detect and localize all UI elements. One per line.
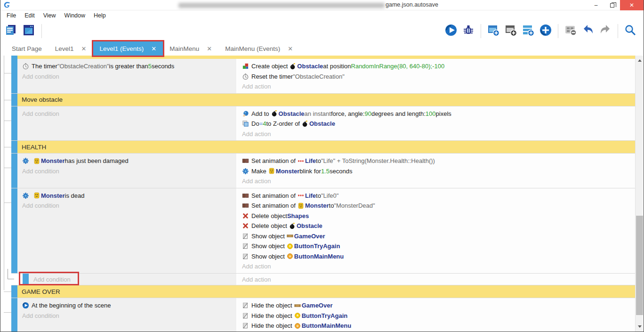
event-handle[interactable] [11, 106, 17, 141]
condition-line[interactable]: At the beginning of the scene [22, 300, 233, 311]
action-line[interactable]: Set animation ofLife to "Life0" [242, 191, 631, 201]
action-line[interactable]: Hide the objectButtonMainMenu [242, 321, 631, 331]
condition-line[interactable]: Monster has just been damaged [22, 156, 233, 166]
add-condition-button[interactable]: Add condition [22, 109, 233, 119]
action-line[interactable]: Show objectButtonMainMenu [242, 251, 631, 262]
event-group-row[interactable]: Move obstacle [11, 94, 635, 106]
redo-button[interactable] [599, 24, 612, 38]
menu-item-view[interactable]: View [39, 11, 60, 20]
undo-button[interactable] [581, 24, 595, 38]
scrollbar-thumb[interactable] [636, 216, 643, 315]
action-line[interactable]: Do = 4 to Z-order ofObstacle [242, 119, 631, 129]
add-object-button[interactable] [539, 24, 552, 38]
action-line[interactable]: Set animation ofLife to "Life" + ToStrin… [242, 156, 631, 166]
tab-mainmenu[interactable]: MainMenu✕ [163, 41, 218, 56]
action-line[interactable]: Hide the objectButtonTryAgain [242, 311, 631, 321]
text-segment: 90 [364, 110, 371, 117]
text-segment: 4 [263, 120, 266, 127]
menu-item-file[interactable]: File [2, 11, 20, 20]
remove-frame-button[interactable] [564, 24, 577, 38]
action-line[interactable]: Add toObstacle an instant force, angle: … [242, 109, 631, 119]
event-group-row[interactable]: GAME OVER [11, 285, 635, 298]
menu-item-window[interactable]: Window [60, 11, 89, 20]
text-segment: force, angle: [331, 110, 365, 117]
add-action-button[interactable]: Add action [242, 176, 631, 186]
timer-icon [22, 63, 29, 70]
menu-item-edit[interactable]: Edit [20, 11, 39, 20]
event-handle[interactable] [11, 285, 17, 298]
add-action-button[interactable]: Add action [242, 275, 631, 285]
actions-cell: Set animation ofLife to "Life0"Set anima… [237, 188, 635, 273]
add-condition-button[interactable]: Add condition [22, 72, 233, 82]
object-name: ButtonTryAgain [294, 243, 340, 250]
tab-close-icon[interactable]: ✕ [81, 45, 87, 52]
condition-line[interactable]: Monster is dead [22, 191, 233, 201]
project-manager-button[interactable] [4, 24, 17, 38]
life-icon [298, 192, 304, 199]
actions-cell: Set animation ofLife to "Life" + ToStrin… [237, 154, 635, 188]
play-button[interactable] [444, 24, 458, 38]
event-handle[interactable] [23, 274, 29, 285]
add-action-button[interactable]: Add action [242, 261, 631, 272]
scroll-down-button[interactable] [636, 323, 644, 331]
event-handle[interactable] [11, 141, 17, 153]
add-external-events-button[interactable] [522, 24, 535, 38]
tab-close-icon[interactable]: ✕ [288, 45, 293, 52]
event-handle[interactable] [11, 59, 17, 93]
event-handle[interactable] [11, 188, 17, 273]
menu-item-help[interactable]: Help [89, 11, 110, 20]
action-line[interactable]: Show objectGameOver [242, 231, 631, 242]
restore-button[interactable] [604, 0, 620, 10]
text-segment: seconds [330, 168, 352, 175]
project-manager-icon [5, 24, 17, 38]
add-external-layout-button[interactable] [504, 24, 517, 38]
add-action-button[interactable]: Add action [242, 81, 631, 92]
event-row: Add conditionAdd action [11, 274, 635, 286]
add-condition-button[interactable]: Add condition [33, 275, 233, 285]
action-line[interactable]: Show objectButtonTryAgain [242, 241, 631, 251]
action-line[interactable]: Set animation ofMonster to "MonsterDead" [242, 201, 631, 211]
action-line[interactable]: Delete objectObstacle [242, 221, 631, 231]
action-line[interactable]: Hide the objectGameOver [242, 300, 631, 311]
behavior-icon [22, 192, 29, 199]
add-scene-button[interactable] [487, 24, 500, 38]
scroll-up-button[interactable] [636, 57, 644, 65]
add-action-button[interactable]: Add action [242, 129, 631, 139]
scene-window-button[interactable] [22, 24, 35, 38]
text-segment: is greater than [109, 63, 148, 70]
search-button[interactable] [624, 24, 637, 38]
tab-level1[interactable]: Level1✕ [48, 41, 93, 56]
event-handle[interactable] [11, 154, 17, 188]
add-action-button[interactable]: Add action [242, 331, 631, 332]
tab-start-page[interactable]: Start Page [5, 41, 48, 56]
event-group-row-partial[interactable] [11, 56, 635, 59]
add-condition-button[interactable]: Add condition [22, 166, 233, 177]
add-condition-button[interactable]: Add condition [22, 201, 233, 211]
action-line[interactable]: Create objectObstacle at position Random… [242, 61, 631, 72]
add-condition-button[interactable]: Add condition [22, 311, 233, 321]
add-object-icon [539, 24, 552, 38]
monster-icon [268, 168, 275, 174]
event-group-row[interactable]: HEALTH [11, 141, 635, 154]
action-line[interactable]: MakeMonster blink for 1.5 seconds [242, 166, 631, 177]
event-handle[interactable] [11, 298, 17, 332]
condition-line[interactable]: The timer "ObstacleCreation" is greater … [22, 61, 233, 72]
text-segment: at position [323, 63, 351, 70]
bomb-icon [302, 121, 308, 127]
event-handle[interactable] [11, 94, 17, 106]
action-line[interactable]: Delete object Shapes [242, 211, 631, 221]
tab-close-icon[interactable]: ✕ [151, 45, 156, 52]
text-segment: The timer [32, 63, 57, 70]
tab-mainmenu-events[interactable]: MainMenu (Events)✕ [218, 41, 299, 56]
close-button[interactable]: ✕ [620, 0, 644, 10]
tab-level1-events[interactable]: Level1 (Events)✕ [93, 41, 163, 56]
text-segment: seconds [152, 63, 174, 70]
action-line[interactable]: Reset the timer "ObstacleCreation" [242, 72, 631, 82]
minimize-button[interactable]: – [588, 0, 604, 10]
group-title: GAME OVER [17, 285, 635, 298]
event-handle[interactable] [11, 56, 17, 59]
tab-close-icon[interactable]: ✕ [207, 45, 212, 52]
debug-button[interactable] [462, 24, 475, 38]
vertical-scrollbar[interactable] [635, 56, 643, 332]
search-icon [624, 24, 636, 38]
